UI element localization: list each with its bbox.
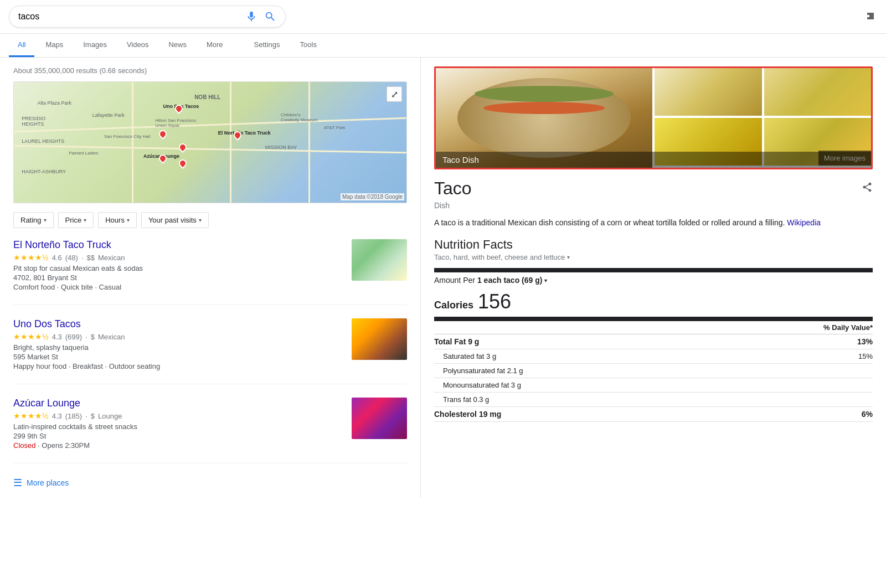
nutrition-row-transfat: Trans fat 0.3 g [434, 393, 873, 407]
filter-price-arrow: ▾ [84, 217, 86, 223]
nutrition-row-totalfat: Total Fat 9 g 13% [434, 334, 873, 349]
restaurant-name-norteno[interactable]: El Norteño Taco Truck [13, 239, 343, 251]
restaurant-desc-azucar: Latin-inspired cocktails & street snacks [13, 422, 343, 431]
map-label-missionbay: MISSION BAY [265, 145, 297, 150]
cholesterol-label: Cholesterol 19 mg [434, 410, 501, 419]
filter-price[interactable]: Price ▾ [58, 212, 94, 228]
search-input[interactable] [18, 12, 241, 22]
restaurant-tags-unodos: Happy hour food · Breakfast · Outdoor se… [13, 362, 343, 370]
calories-value: 156 [478, 290, 511, 313]
share-icon[interactable] [862, 182, 873, 195]
filter-hours-arrow: ▾ [127, 217, 130, 223]
restaurant-name-unodos[interactable]: Uno Dos Tacos [13, 318, 343, 330]
kp-images-grid: More images Taco Dish [434, 66, 873, 169]
serving-size-dropdown[interactable]: ▾ [544, 277, 547, 283]
dv-header: % Daily Value* [434, 321, 873, 334]
rating-value-unodos: 4.3 [52, 333, 62, 341]
restaurant-info-unodos: Uno Dos Tacos ★★★★½ 4.3 (699) · $ Mexica… [13, 318, 343, 370]
map-label-norteno: El Norteño Taco Truck [218, 130, 271, 136]
more-places-link[interactable]: ☰ More places [13, 477, 407, 489]
nav-item-tools[interactable]: Tools [291, 34, 326, 57]
nutrition-border-top: Amount Per 1 each taco (69 g) ▾ [434, 268, 873, 287]
nav-item-images[interactable]: Images [74, 34, 116, 57]
stars-unodos: ★★★★½ [13, 332, 49, 341]
satfat-label: Saturated fat 3 g [443, 352, 496, 360]
stars-norteno: ★★★★½ [13, 253, 49, 262]
cuisine-azucar: Lounge [98, 412, 122, 420]
restaurant-item-azucar: Azúcar Lounge ★★★★½ 4.3 (185) · $ Lounge… [13, 398, 407, 463]
map-label-alta: Alta Plaza Park [38, 100, 72, 106]
nav-item-more[interactable]: More [198, 34, 232, 57]
map-label-cityhall: San Francisco City Hall [104, 134, 150, 139]
totalfat-value: 13% [857, 337, 873, 346]
restaurant-tags-azucar: Closed · Opens 2:30PM [13, 441, 343, 450]
nav-item-news[interactable]: News [159, 34, 195, 57]
serving-size: 1 each taco (69 g) [477, 276, 543, 285]
price-unodos: $ [91, 333, 95, 341]
nutrition-subtitle[interactable]: Taco, hard, with beef, cheese and lettuc… [434, 253, 873, 261]
restaurant-addr-unodos: 595 Market St [13, 353, 343, 361]
polyfat-label: Polyunsaturated fat 2.1 g [443, 367, 523, 375]
mic-icon[interactable] [245, 11, 257, 23]
navigation-bar: All Maps Images Videos News More Setting… [0, 34, 886, 58]
cholesterol-value: 6% [862, 410, 873, 419]
nav-item-videos[interactable]: Videos [118, 34, 158, 57]
apps-grid-icon[interactable] [864, 9, 877, 24]
restaurant-addr-norteno: 4702, 801 Bryant St [13, 274, 343, 282]
kp-wikipedia-link[interactable]: Wikipedia [787, 218, 821, 227]
restaurant-img-norteno[interactable] [352, 239, 407, 281]
restaurant-item-norteno: El Norteño Taco Truck ★★★★½ 4.6 (48) · $… [13, 239, 407, 305]
opens-text-azucar: · Opens 2:30PM [38, 441, 90, 450]
filter-bar: Rating ▾ Price ▾ Hours ▾ Your past visit… [13, 212, 407, 228]
restaurant-name-azucar[interactable]: Azúcar Lounge [13, 398, 343, 409]
taco-dish-label: Taco Dish [436, 152, 871, 168]
filter-past-visits-arrow: ▾ [199, 217, 202, 223]
kp-sub-images: More images [655, 68, 871, 166]
separator-unodos: · [85, 333, 87, 341]
review-count-azucar: (185) [65, 412, 82, 420]
knowledge-panel: More images Taco Dish Taco Dish A taco i… [421, 58, 886, 498]
map-expand-button[interactable]: ⤢ [387, 86, 402, 102]
kp-sub-image-2[interactable] [764, 68, 872, 116]
filter-hours[interactable]: Hours ▾ [98, 212, 137, 228]
kp-title: Taco [434, 178, 472, 199]
transfat-label: Trans fat 0.3 g [443, 395, 489, 404]
restaurant-info-azucar: Azúcar Lounge ★★★★½ 4.3 (185) · $ Lounge… [13, 398, 343, 450]
kp-sub-image-1[interactable] [655, 68, 762, 116]
filter-past-visits-label: Your past visits [148, 216, 197, 224]
amount-per-row: Amount Per 1 each taco (69 g) ▾ [434, 276, 873, 285]
price-azucar: $ [91, 412, 95, 420]
left-panel: About 355,000,000 results (0.68 seconds)… [0, 58, 421, 498]
map-label-nobhill: NOB HILL [194, 94, 220, 100]
search-icon[interactable] [264, 11, 276, 23]
restaurant-addr-azucar: 299 9th St [13, 432, 343, 440]
filter-rating[interactable]: Rating ▾ [13, 212, 54, 228]
cuisine-unodos: Mexican [98, 333, 125, 341]
price-norteno: $$ [87, 254, 95, 262]
rating-value-norteno: 4.6 [52, 254, 62, 262]
map-credit: Map data ©2018 Google [341, 193, 404, 200]
cuisine-norteno: Mexican [98, 254, 125, 262]
kp-description: A taco is a traditional Mexican dish con… [434, 216, 873, 229]
map-label-haight: HAIGHT-ASHBURY [22, 169, 66, 174]
closed-text-azucar: Closed [13, 441, 35, 450]
nutrition-section: Nutrition Facts Taco, hard, with beef, c… [434, 238, 873, 422]
restaurant-img-unodos[interactable] [352, 318, 407, 360]
nutrition-row-cholesterol: Cholesterol 19 mg 6% [434, 407, 873, 422]
filter-price-label: Price [65, 216, 82, 224]
map-label-laurel: LAUREL HEIGHTS [22, 138, 64, 144]
map-label-attpark: AT&T Park [324, 125, 345, 130]
calories-label: Calories [434, 300, 473, 311]
restaurant-img-azucar[interactable] [352, 398, 407, 439]
nav-item-maps[interactable]: Maps [37, 34, 72, 57]
filter-rating-label: Rating [20, 216, 42, 224]
nav-item-settings[interactable]: Settings [245, 34, 289, 57]
filter-hours-label: Hours [105, 216, 125, 224]
filter-past-visits[interactable]: Your past visits ▾ [141, 212, 209, 228]
rating-row-azucar: ★★★★½ 4.3 (185) · $ Lounge [13, 411, 343, 420]
filter-rating-arrow: ▾ [44, 217, 47, 223]
map-label-museum: Children'sCreativity Museum [281, 112, 317, 122]
restaurant-item-unodos: Uno Dos Tacos ★★★★½ 4.3 (699) · $ Mexica… [13, 318, 407, 384]
kp-desc-text: A taco is a traditional Mexican dish con… [434, 218, 785, 227]
nav-item-all[interactable]: All [9, 34, 34, 57]
